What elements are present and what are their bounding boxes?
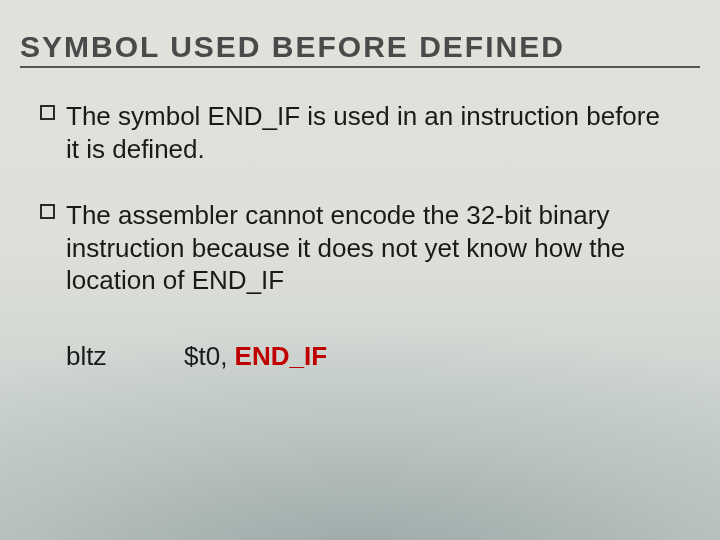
code-arg-plain: $t0, <box>184 341 235 371</box>
code-arg-highlight: END_IF <box>235 341 327 371</box>
bullet-item: The symbol END_IF is used in an instruct… <box>40 100 680 165</box>
slide-content: The symbol END_IF is used in an instruct… <box>40 100 680 372</box>
square-bullet-icon <box>40 204 55 219</box>
slide-title: SYMBOL USED BEFORE DEFINED <box>20 30 700 68</box>
code-line: bltz$t0, END_IF <box>40 341 680 372</box>
code-mnemonic: bltz <box>66 341 184 372</box>
slide: SYMBOL USED BEFORE DEFINED The symbol EN… <box>0 0 720 540</box>
square-bullet-icon <box>40 105 55 120</box>
bullet-item: The assembler cannot encode the 32-bit b… <box>40 199 680 297</box>
bullet-text: The assembler cannot encode the 32-bit b… <box>66 200 625 295</box>
bullet-text: The symbol END_IF is used in an instruct… <box>66 101 660 164</box>
